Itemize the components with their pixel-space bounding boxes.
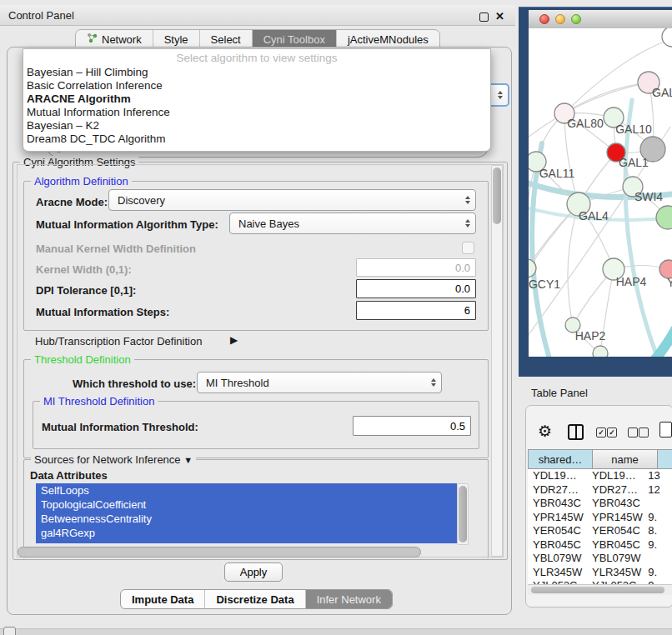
attribute-item-betweennesscentrality[interactable]: BetweennessCentrality [36,512,457,526]
sources-group-title: Sources for Network Inference ▼ [31,453,196,466]
table-row[interactable]: YER054CYER054C8. [528,524,672,538]
apply-button[interactable]: Apply [224,562,283,582]
hub-collapse-arrow-icon[interactable]: ▶ [230,334,238,346]
attribute-item-topologicalcoefficient[interactable]: TopologicalCoefficient [36,498,457,512]
table-panel-title: Table Panel [531,387,588,399]
table-row[interactable]: YLR345WYLR345W9. [528,566,672,580]
control-panel-titlebar: Control Panel ✕ [0,5,515,26]
mi-steps-label: Mutual Information Steps: [36,306,169,318]
network-node[interactable] [593,346,608,357]
attribute-item-selfloops[interactable]: SelfLoops [36,483,457,498]
table-cell: YLR345W [585,566,643,580]
tab-network[interactable]: Network [76,30,153,48]
tab-cyni-toolbox[interactable]: Cyni Toolbox [252,30,336,48]
network-node-label: GAL11 [539,167,575,180]
manual-kernel-checkbox[interactable] [462,242,474,254]
table-hscrollbar-thumb[interactable] [531,587,664,593]
network-edge[interactable] [564,82,649,113]
network-window-titlebar[interactable] [529,10,672,29]
columns-icon[interactable] [568,424,584,440]
table-row[interactable]: YDL19…YDL19…13 [528,469,672,483]
algorithm-definition-group: Algorithm Definition Aracne Mode: Discov… [23,181,489,331]
algorithm-option-aracne-algorithm[interactable]: ARACNE Algorithm [23,92,490,106]
algorithm-list: Bayesian – Hill ClimbingBasic Correlatio… [23,66,490,146]
control-panel-body: gal-filtered sif default node Select alg… [7,47,512,615]
network-canvas[interactable]: GALGAL80GAL10GAL1GAL11GAL4SWI4GCY1HAP4YH… [529,28,672,357]
close-window-button[interactable] [539,14,549,24]
table-cell: YPR145W [585,511,643,525]
mi-threshold-label: Mutual Information Threshold: [42,421,198,433]
table-row[interactable]: YBR043CYBR043C [528,497,672,511]
network-edge[interactable] [568,204,579,325]
attributes-vscrollbar[interactable] [457,483,469,545]
attribute-item-gal4rgexp[interactable]: gal4RGexp [36,526,457,540]
tab-jactivemnodules[interactable]: jActiveMNodules [336,30,439,48]
table-row[interactable]: YBL079WYBL079W [528,552,672,566]
network-node[interactable] [662,28,672,47]
mi-threshold-field[interactable] [353,416,471,436]
attributes-vscrollbar-thumb[interactable] [459,486,467,542]
import-table-icon[interactable] [659,422,672,438]
table-row[interactable]: YPR145WYPR145W9. [528,511,672,525]
aracne-mode-combo[interactable]: Discovery [108,189,476,211]
table-cell: YBL079W [585,552,643,566]
mi-steps-field[interactable] [356,301,476,320]
algorithm-option-bayesian-k2[interactable]: Bayesian – K2 [23,119,490,132]
aracne-mode-label: Aracne Mode: [36,196,108,208]
table-cell: YDR27… [585,483,643,498]
network-edge-thick[interactable] [599,313,672,357]
network-node-label: GAL4 [579,209,609,222]
table-cell: YBR043C [528,497,585,511]
table-cell: 9. [643,511,672,525]
bottom-left-icon[interactable] [3,627,16,635]
tab-discretize-data[interactable]: Discretize Data [204,590,304,608]
table-panel: ⚙ ✓ ✓ shared…name YDL19…YDL19…13YDR27…YD… [525,405,672,608]
column-header-shared[interactable]: shared… [528,449,593,469]
minimize-window-button[interactable] [555,14,565,24]
aracne-mode-value: Discovery [109,194,165,207]
algorithm-option-bayesian-hill-climbing[interactable]: Bayesian – Hill Climbing [23,66,490,79]
mi-type-combo[interactable]: Naive Bayes [229,212,476,234]
algorithm-popup: Select algorithm to view settings Bayesi… [23,48,491,152]
settings-vscrollbar-thumb[interactable] [493,168,501,224]
table-cell: YDL19… [528,469,585,483]
table-cell: 9. [643,538,672,552]
settings-vscrollbar[interactable] [491,165,503,557]
gear-icon[interactable]: ⚙ [538,422,552,441]
screen: { "window": { "title": "Control Panel" }… [0,0,672,635]
table-hscrollbar[interactable] [528,584,672,595]
mi-type-label: Mutual Information Algorithm Type: [36,218,218,231]
tab-style[interactable]: Style [153,30,199,48]
table-row[interactable]: YBR045CYBR045C9. [528,538,672,552]
manual-kernel-label: Manual Kernel Width Definition [36,242,196,255]
which-threshold-combo[interactable]: MI Threshold [197,372,442,393]
checked-checkbox-icon-1[interactable]: ✓ [596,428,606,438]
tab-impute-data[interactable]: Impute Data [121,590,204,608]
table-cell: YDL19… [585,469,643,483]
sources-expand-arrow-icon[interactable]: ▼ [183,455,193,465]
float-panel-icon[interactable] [479,12,489,24]
network-node[interactable] [656,206,672,229]
column-header-col2[interactable] [658,449,672,469]
kernel-width-field[interactable] [356,258,476,277]
network-graph: GALGAL80GAL10GAL1GAL11GAL4SWI4GCY1HAP4YH… [529,28,672,357]
table-cell [643,497,672,511]
bottom-strip [0,628,672,635]
settings-hscrollbar[interactable] [18,547,421,558]
stepper-icon [457,219,470,228]
unchecked-checkbox-icon-1[interactable] [628,428,638,438]
tab-infer-network[interactable]: Infer Network [305,590,392,608]
table-row[interactable]: YDR27…YDR27…12 [528,483,672,498]
dpi-tolerance-field[interactable] [356,279,476,298]
unchecked-checkbox-icon-2[interactable] [639,428,649,438]
column-header-name[interactable]: name [593,449,658,469]
tab-select[interactable]: Select [199,30,252,48]
algorithm-option-mutual-information-inference[interactable]: Mutual Information Inference [23,106,490,119]
zoom-window-button[interactable] [571,14,581,24]
algorithm-option-basic-correlation-inference[interactable]: Basic Correlation Inference [23,79,490,92]
algorithm-option-dream8-dc-tdc-algorithm[interactable]: Dream8 DC_TDC Algorithm [23,132,490,146]
dpi-tolerance-label: DPI Tolerance [0,1]: [36,284,136,297]
close-panel-icon[interactable]: ✕ [495,11,504,22]
table-cell: YPR145W [528,511,585,525]
checked-checkbox-icon-2[interactable]: ✓ [607,428,617,438]
